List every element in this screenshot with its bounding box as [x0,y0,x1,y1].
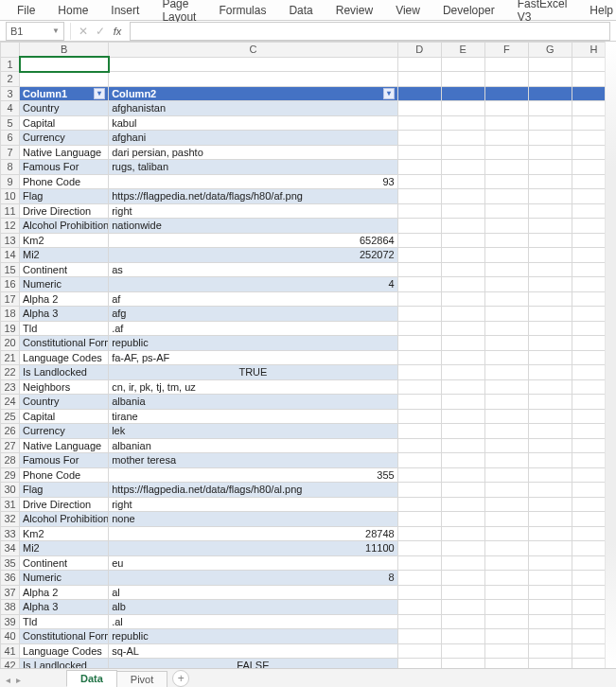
cell[interactable] [441,629,484,644]
cell[interactable] [484,131,528,146]
cell[interactable] [20,72,109,87]
cell[interactable]: Continent [20,555,109,571]
row-header[interactable]: 11 [1,203,20,219]
cell[interactable]: right [109,203,397,219]
cell[interactable] [528,189,572,204]
cell[interactable] [441,248,484,263]
row-header[interactable]: 13 [1,233,20,248]
cell[interactable] [397,86,441,101]
cell[interactable] [528,571,572,586]
filter-icon[interactable]: ▾ [94,88,105,99]
cell[interactable] [528,614,572,629]
cell[interactable]: Flag [20,483,109,498]
cell[interactable] [484,659,528,669]
cell[interactable] [397,233,441,248]
cell[interactable]: Constitutional Form [20,629,109,644]
cell[interactable] [441,145,484,160]
cell[interactable]: 28748 [109,526,397,541]
cell[interactable]: .af [109,321,397,336]
cell[interactable]: Language Codes [20,643,109,659]
chevron-down-icon[interactable]: ▼ [52,26,60,35]
cell[interactable]: Neighbors [20,379,109,395]
filter-icon[interactable]: ▾ [383,88,395,99]
cell[interactable] [484,571,528,586]
cell[interactable]: TRUE [109,365,397,380]
row-header[interactable]: 24 [1,395,20,410]
col-header-F[interactable]: F [484,43,528,58]
col-header-D[interactable]: D [397,43,441,58]
cell[interactable]: Km2 [20,526,109,541]
cell[interactable] [484,541,528,556]
cell[interactable] [528,57,572,72]
cell[interactable]: Alcohol Prohibition [20,512,109,527]
cancel-icon[interactable]: ✕ [75,23,92,40]
cell[interactable] [484,86,528,101]
cell[interactable] [484,336,528,351]
cell[interactable] [397,131,441,146]
cell[interactable]: af [109,291,397,307]
cell[interactable] [397,101,441,116]
cell[interactable]: afg [109,307,397,322]
ribbon-tab-help[interactable]: Help [578,1,616,20]
cell[interactable] [397,438,441,453]
cell[interactable] [528,307,572,322]
cell[interactable] [484,483,528,498]
cell[interactable] [484,614,528,629]
col-header-E[interactable]: E [441,43,484,58]
cell[interactable] [484,203,528,219]
cell[interactable]: 93 [109,174,397,189]
cell[interactable] [484,219,528,234]
row-header[interactable]: 31 [1,497,20,512]
cell[interactable] [441,350,484,365]
cell[interactable] [397,409,441,424]
cell[interactable] [484,350,528,365]
cell[interactable]: Capital [20,115,109,131]
cell[interactable] [484,526,528,541]
cell[interactable] [528,233,572,248]
cell[interactable] [528,512,572,527]
cell[interactable] [441,467,484,483]
cell[interactable] [441,365,484,380]
sheet-tab-pivot[interactable]: Pivot [116,671,167,687]
cell[interactable]: Famous For [20,160,109,175]
row-header[interactable]: 8 [1,160,20,175]
cell[interactable]: Drive Direction [20,497,109,512]
nav-first-icon[interactable]: ◂ [4,675,12,685]
ribbon-tab-developer[interactable]: Developer [431,1,506,20]
cell[interactable] [484,72,528,87]
row-header[interactable]: 15 [1,262,20,277]
row-header[interactable]: 37 [1,585,20,600]
cell[interactable] [397,526,441,541]
cell[interactable]: tirane [109,409,397,424]
cell[interactable]: as [109,262,397,277]
row-header[interactable]: 4 [1,101,20,116]
formula-input[interactable] [130,22,610,41]
cell[interactable] [484,555,528,571]
cell[interactable] [484,277,528,292]
cell[interactable] [528,86,572,101]
row-header[interactable]: 35 [1,555,20,571]
cell[interactable] [528,395,572,410]
cell[interactable] [484,467,528,483]
cell[interactable]: Mi2 [20,541,109,556]
cell[interactable] [528,291,572,307]
cell[interactable]: Mi2 [20,248,109,263]
cell[interactable] [528,174,572,189]
ribbon-tab-insert[interactable]: Insert [99,1,150,20]
cell[interactable] [528,365,572,380]
cell[interactable] [484,585,528,600]
cell[interactable] [441,512,484,527]
cell[interactable]: Phone Code [20,467,109,483]
cell[interactable] [397,189,441,204]
cell[interactable] [441,291,484,307]
col-header-G[interactable]: G [528,43,572,58]
cell[interactable]: Alpha 3 [20,307,109,322]
col-header-B[interactable]: B [20,43,109,58]
cell[interactable] [441,541,484,556]
cell[interactable]: Country [20,395,109,410]
cell[interactable] [397,512,441,527]
row-header[interactable]: 36 [1,571,20,586]
cell[interactable] [484,248,528,263]
cell[interactable] [484,262,528,277]
row-header[interactable]: 3 [1,86,20,101]
